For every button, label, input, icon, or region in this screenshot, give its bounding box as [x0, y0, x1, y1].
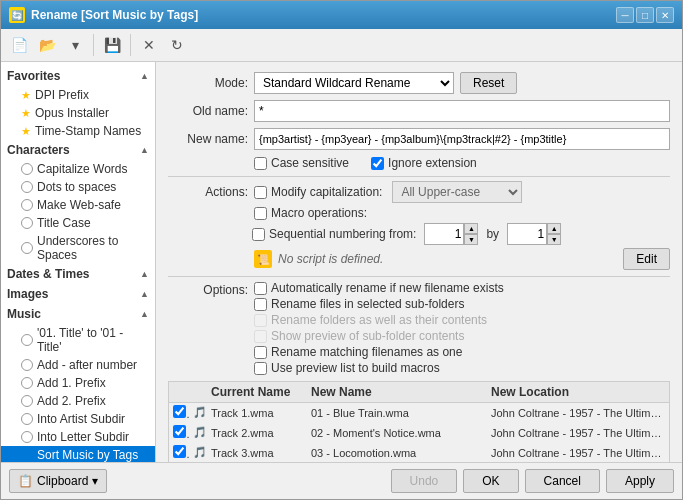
ok-button[interactable]: OK — [463, 469, 518, 493]
seq-checkbox[interactable] — [252, 228, 265, 241]
maximize-button[interactable]: □ — [636, 7, 654, 23]
sidebar-section-images[interactable]: Images ▲ — [1, 284, 155, 304]
sidebar-item-dpi-prefix[interactable]: ★ DPI Prefix — [1, 86, 155, 104]
sidebar-section-music[interactable]: Music ▲ — [1, 304, 155, 324]
open-button[interactable]: 📂 — [35, 33, 59, 57]
apply-button[interactable]: Apply — [606, 469, 674, 493]
sidebar-item-label: Opus Installer — [35, 106, 109, 120]
show-preview-checkbox[interactable] — [254, 330, 267, 343]
cap-select[interactable]: All Upper-case — [392, 181, 522, 203]
file-icon: 🎵 — [193, 446, 207, 458]
sidebar-item-into-artist-subdir[interactable]: Into Artist Subdir — [1, 410, 155, 428]
actions-row-2: Macro operations: — [168, 206, 670, 220]
table-row[interactable]: 🎵 Track 2.wma 02 - Moment's Notice.wma J… — [169, 423, 669, 443]
auto-rename-checkbox[interactable] — [254, 282, 267, 295]
sidebar-item-title-case[interactable]: Title Case — [1, 214, 155, 232]
minimize-button[interactable]: ─ — [616, 7, 634, 23]
modify-cap-label[interactable]: Modify capitalization: — [254, 185, 382, 199]
close-button[interactable]: ✕ — [656, 7, 674, 23]
sidebar-section-characters[interactable]: Characters ▲ — [1, 140, 155, 160]
seq-by-down[interactable]: ▼ — [547, 234, 561, 245]
bottom-buttons: Undo OK Cancel Apply — [391, 469, 674, 493]
sidebar-item-dots-to-spaces[interactable]: Dots to spaces — [1, 178, 155, 196]
row-checkbox[interactable] — [173, 425, 186, 438]
table-row[interactable]: 🎵 Track 3.wma 03 - Locomotion.wma John C… — [169, 443, 669, 462]
delete-button[interactable]: ✕ — [137, 33, 161, 57]
sidebar-item-add1-prefix[interactable]: Add 1. Prefix — [1, 374, 155, 392]
option-auto-rename[interactable]: Automatically rename if new filename exi… — [254, 281, 504, 295]
sidebar-item-capitalize-words[interactable]: Capitalize Words — [1, 160, 155, 178]
sidebar-item-title-convert[interactable]: '01. Title' to '01 - Title' — [1, 324, 155, 356]
divider-1 — [168, 176, 670, 177]
old-name-input[interactable] — [254, 100, 670, 122]
option-label: Rename files in selected sub-folders — [271, 297, 464, 311]
ignore-extension-label[interactable]: Ignore extension — [371, 156, 477, 170]
case-sensitive-label[interactable]: Case sensitive — [254, 156, 349, 170]
script-text: No script is defined. — [278, 252, 617, 266]
sidebar-item-underscores-to-spaces[interactable]: Underscores to Spaces — [1, 232, 155, 264]
macro-text: Macro operations: — [271, 206, 367, 220]
new-name-input[interactable] — [254, 128, 670, 150]
option-show-preview[interactable]: Show preview of sub-folder contents — [254, 329, 504, 343]
sidebar-item-add2-prefix[interactable]: Add 2. Prefix — [1, 392, 155, 410]
images-arrow: ▲ — [140, 289, 149, 299]
cancel-button[interactable]: Cancel — [525, 469, 600, 493]
option-use-preview[interactable]: Use preview list to build macros — [254, 361, 504, 375]
rename-matching-checkbox[interactable] — [254, 346, 267, 359]
new-location: John Coltrane - 1957 - The Ultimate Blue… — [487, 406, 669, 420]
sidebar-section-dates[interactable]: Dates & Times ▲ — [1, 264, 155, 284]
clipboard-button[interactable]: 📋 Clipboard ▾ — [9, 469, 107, 493]
undo-button[interactable]: Undo — [391, 469, 458, 493]
ignore-extension-checkbox[interactable] — [371, 157, 384, 170]
reset-button[interactable]: Reset — [460, 72, 517, 94]
edit-button[interactable]: Edit — [623, 248, 670, 270]
refresh-button[interactable]: ↻ — [165, 33, 189, 57]
sidebar-item-into-letter-subdir[interactable]: Into Letter Subdir — [1, 428, 155, 446]
macro-label[interactable]: Macro operations: — [254, 206, 367, 220]
option-rename-folders[interactable]: Rename folders as well as their contents — [254, 313, 504, 327]
option-rename-subfolders[interactable]: Rename files in selected sub-folders — [254, 297, 504, 311]
sidebar-item-label: Dots to spaces — [37, 180, 116, 194]
current-name: Track 1.wma — [207, 406, 307, 420]
seq-from-up[interactable]: ▲ — [464, 223, 478, 234]
modify-cap-checkbox[interactable] — [254, 186, 267, 199]
sidebar-item-sort-music-by-tags[interactable]: Sort Music by Tags — [1, 446, 155, 462]
row-checkbox[interactable] — [173, 445, 186, 458]
option-rename-matching[interactable]: Rename matching filenames as one — [254, 345, 504, 359]
sidebar-item-timestamp-names[interactable]: ★ Time-Stamp Names — [1, 122, 155, 140]
new-button[interactable]: 📄 — [7, 33, 31, 57]
sidebar-item-make-websafe[interactable]: Make Web-safe — [1, 196, 155, 214]
mode-row: Mode: Standard Wildcard Rename Reset — [168, 72, 670, 94]
sidebar-section-favorites[interactable]: Favorites ▲ — [1, 66, 155, 86]
rename-subfolders-checkbox[interactable] — [254, 298, 267, 311]
characters-arrow: ▲ — [140, 145, 149, 155]
seq-by-up[interactable]: ▲ — [547, 223, 561, 234]
macro-checkbox[interactable] — [254, 207, 267, 220]
clipboard-label: Clipboard — [37, 474, 88, 488]
star-icon: ★ — [21, 89, 31, 102]
sidebar-item-label: Into Letter Subdir — [37, 430, 129, 444]
favorites-label: Favorites — [7, 69, 60, 83]
mode-select[interactable]: Standard Wildcard Rename — [254, 72, 454, 94]
item-dot — [21, 217, 33, 229]
item-dot — [21, 413, 33, 425]
rename-folders-checkbox[interactable] — [254, 314, 267, 327]
use-preview-checkbox[interactable] — [254, 362, 267, 375]
row-checkbox[interactable] — [173, 405, 186, 418]
dropdown-button[interactable]: ▾ — [63, 33, 87, 57]
old-name-row: Old name: — [168, 100, 670, 122]
seq-by-input[interactable] — [507, 223, 547, 245]
option-label: Automatically rename if new filename exi… — [271, 281, 504, 295]
new-location: John Coltrane - 1957 - The Ultimate Blue… — [487, 426, 669, 440]
music-label: Music — [7, 307, 41, 321]
seq-from-down[interactable]: ▼ — [464, 234, 478, 245]
seq-from-input[interactable] — [424, 223, 464, 245]
by-label: by — [486, 227, 499, 241]
seq-label[interactable]: Sequential numbering from: — [252, 227, 416, 241]
sidebar-item-add-after-number[interactable]: Add - after number — [1, 356, 155, 374]
table-row[interactable]: 🎵 Track 1.wma 01 - Blue Train.wma John C… — [169, 403, 669, 423]
item-dot — [21, 377, 33, 389]
save-button[interactable]: 💾 — [100, 33, 124, 57]
case-sensitive-checkbox[interactable] — [254, 157, 267, 170]
sidebar-item-opus-installer[interactable]: ★ Opus Installer — [1, 104, 155, 122]
